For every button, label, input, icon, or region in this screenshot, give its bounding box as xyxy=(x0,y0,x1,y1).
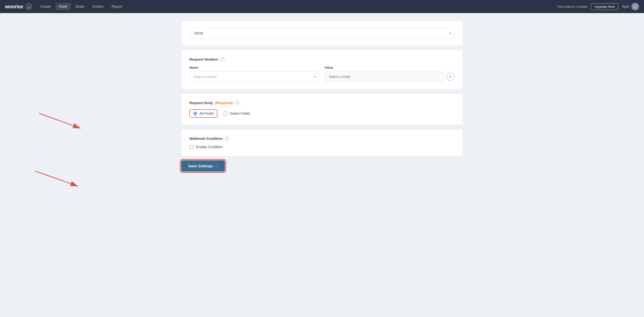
request-headers-card: Request Headers ? Name Select a Name ▾ V… xyxy=(181,50,463,89)
value-column: Value + xyxy=(325,66,455,82)
nav-menu: Create Form Share Entries Report xyxy=(37,3,557,10)
globe-icon[interactable]: ◉ xyxy=(26,4,32,10)
navbar-right: Trial ends in 2 weeks Upgrade Now ApiX A xyxy=(557,3,639,10)
save-settings-area: Save Settings → xyxy=(181,160,463,172)
select-fields-option[interactable]: Select Fields xyxy=(223,111,250,116)
radio-group: All Fields Select Fields xyxy=(189,109,455,118)
trial-text: Trial ends in 2 weeks xyxy=(557,5,587,9)
svg-line-2 xyxy=(35,171,78,186)
save-settings-button[interactable]: Save Settings → xyxy=(181,160,225,172)
logo-text: woorise xyxy=(5,4,23,10)
enable-condition-checkbox[interactable] xyxy=(189,145,193,149)
value-field-wrapper: + xyxy=(325,71,455,82)
main-content: JSON ▾ Request Headers ? Name Select a N… xyxy=(171,13,473,179)
avatar: A xyxy=(631,3,639,10)
required-badge: (Required) xyxy=(215,101,233,105)
upgrade-button[interactable]: Upgrade Now xyxy=(591,3,619,10)
nav-share[interactable]: Share xyxy=(72,3,88,10)
request-headers-title: Request Headers ? xyxy=(189,57,455,62)
all-fields-option[interactable]: All Fields xyxy=(189,109,217,118)
json-select[interactable]: JSON xyxy=(189,28,455,38)
enable-condition-option[interactable]: Enable Condition xyxy=(189,145,455,149)
nav-form[interactable]: Form xyxy=(55,3,71,10)
headers-help-icon[interactable]: ? xyxy=(220,57,225,62)
navbar: woorise ◉ Create Form Share Entries Repo… xyxy=(0,0,644,13)
nav-create[interactable]: Create xyxy=(37,3,54,10)
nav-entries[interactable]: Entries xyxy=(89,3,107,10)
json-card: JSON ▾ xyxy=(181,21,463,46)
select-fields-radio[interactable] xyxy=(223,111,228,116)
svg-line-1 xyxy=(39,113,80,128)
webhook-condition-title: Webhook Condition ? xyxy=(189,136,455,141)
name-label: Name xyxy=(189,66,319,69)
json-select-wrapper: JSON ▾ xyxy=(189,28,455,38)
username: ApiX xyxy=(622,5,629,9)
request-body-card: Request Body (Required) ? All Fields Sel… xyxy=(181,93,463,125)
name-select-wrapper: Select a Name ▾ xyxy=(189,71,319,82)
name-select[interactable]: Select a Name xyxy=(189,71,319,82)
value-input[interactable] xyxy=(325,71,445,82)
nav-report[interactable]: Report xyxy=(108,3,126,10)
headers-grid: Name Select a Name ▾ Value + xyxy=(189,66,455,82)
user-area[interactable]: ApiX A xyxy=(622,3,639,10)
condition-help-icon[interactable]: ? xyxy=(225,136,229,141)
webhook-condition-card: Webhook Condition ? Enable Condition xyxy=(181,129,463,156)
request-body-title: Request Body (Required) ? xyxy=(189,101,455,105)
body-help-icon[interactable]: ? xyxy=(235,101,239,105)
all-fields-radio[interactable] xyxy=(193,111,197,116)
add-field-button[interactable]: + xyxy=(447,73,455,81)
brand: woorise ◉ xyxy=(5,4,32,10)
name-column: Name Select a Name ▾ xyxy=(189,66,319,82)
value-label: Value xyxy=(325,66,455,69)
